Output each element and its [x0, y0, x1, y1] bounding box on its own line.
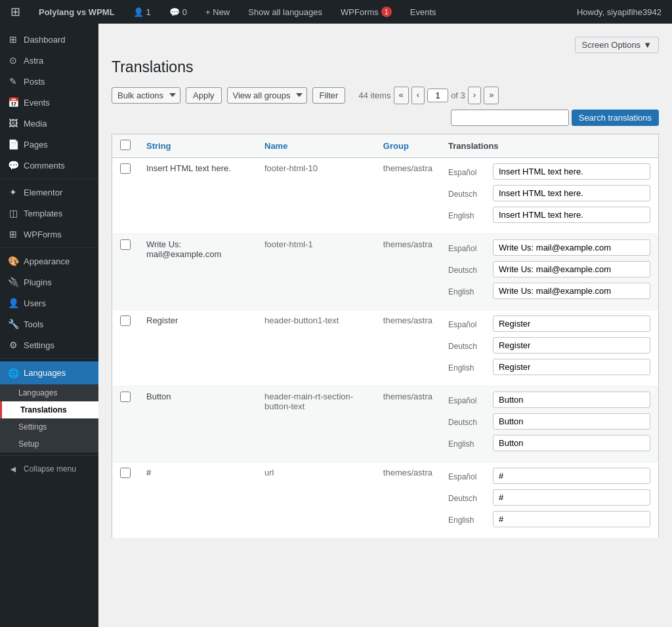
translations-table: String Name Group Translations Insert HT… [112, 134, 659, 538]
translation-input[interactable] [493, 207, 650, 223]
translation-input[interactable] [493, 511, 650, 527]
view-groups-dropdown[interactable]: View all groups [227, 87, 307, 104]
show-languages-label: Show all languages [248, 7, 322, 17]
col-header-translations: Translations [440, 134, 659, 157]
translations-cell: EspañolDeutschEnglish [440, 462, 659, 538]
page-title: Translations [112, 58, 659, 76]
row-checkbox[interactable] [120, 239, 131, 250]
group-sort-link[interactable]: Group [383, 141, 409, 151]
translation-language-label: Deutsch [448, 416, 488, 429]
bulk-actions-dropdown[interactable]: Bulk actions [112, 87, 180, 104]
translation-input[interactable] [493, 283, 650, 299]
current-page-input[interactable] [427, 89, 448, 102]
translation-pair: Español [448, 163, 650, 182]
show-languages-button[interactable]: Show all languages [244, 0, 326, 24]
translation-input[interactable] [493, 163, 650, 180]
translation-input[interactable] [493, 392, 650, 408]
howdy-text[interactable]: Howdy, siyapifihe3942 [573, 0, 665, 24]
sidebar-item-users[interactable]: 👤 Users [0, 293, 98, 314]
sidebar-item-settings[interactable]: ⚙ Settings [0, 334, 98, 355]
translation-pair: Deutsch [448, 489, 650, 508]
translation-language-label: English [448, 437, 488, 451]
sidebar-item-astra[interactable]: ⊙ Astra [0, 50, 98, 71]
sidebar-item-tools[interactable]: 🔧 Tools [0, 314, 98, 334]
search-translations-button[interactable]: Search translations [572, 110, 659, 126]
sidebar-item-languages[interactable]: 🌐 Languages ◀ [0, 361, 98, 384]
translation-input[interactable] [493, 315, 650, 332]
row-checkbox[interactable] [120, 392, 131, 402]
sidebar-item-templates[interactable]: ◫ Templates [0, 203, 98, 224]
first-page-button[interactable]: « [394, 87, 409, 104]
translation-input[interactable] [493, 239, 650, 256]
media-icon: 🖼 [8, 118, 18, 129]
row-checkbox[interactable] [120, 315, 131, 326]
next-page-button[interactable]: › [468, 87, 481, 104]
string-sort-link[interactable]: String [146, 141, 171, 151]
translation-input[interactable] [493, 413, 650, 430]
row-checkbox[interactable] [120, 163, 131, 174]
submenu-label: Languages [18, 388, 57, 397]
translation-input[interactable] [493, 185, 650, 201]
translation-pair: Español [448, 315, 650, 334]
translation-input[interactable] [493, 337, 650, 354]
submenu-item-setup[interactable]: Setup [0, 435, 98, 453]
translation-language-label: English [448, 285, 488, 298]
new-content-button[interactable]: + New [201, 0, 234, 24]
name-sort-link[interactable]: Name [264, 141, 287, 151]
table-row: #urlthemes/astraEspañolDeutschEnglish [112, 462, 659, 538]
submenu-label: Translations [20, 405, 67, 415]
sidebar-item-pages[interactable]: 📄 Pages [0, 134, 98, 155]
last-page-button[interactable]: » [484, 87, 499, 104]
submenu-item-languages[interactable]: Languages [0, 384, 98, 401]
prev-page-button[interactable]: ‹ [411, 87, 425, 104]
events-link[interactable]: Events [406, 0, 440, 24]
search-area: Search translations [451, 110, 659, 126]
admin-bar: ⊞ Polylang vs WPML 👤 1 💬 0 + New Show al… [0, 0, 672, 24]
row-checkbox[interactable] [120, 468, 131, 478]
submenu-item-settings[interactable]: Settings [0, 418, 98, 435]
translation-input[interactable] [493, 489, 650, 506]
sidebar-item-wpforms[interactable]: ⊞ WPForms [0, 224, 98, 245]
sidebar-item-label: Events [24, 98, 50, 108]
wp-logo-button[interactable]: ⊞ [7, 0, 24, 24]
apply-button[interactable]: Apply [186, 87, 222, 104]
submenu-item-translations[interactable]: Translations [0, 401, 98, 418]
sidebar-item-plugins[interactable]: 🔌 Plugins [0, 272, 98, 293]
sidebar-item-events[interactable]: 📅 Events [0, 92, 98, 113]
translation-input[interactable] [493, 435, 650, 451]
of-pages-label: of 3 [451, 91, 465, 100]
comments-count[interactable]: 👤 1 [129, 0, 155, 24]
sidebar-item-elementor[interactable]: ✦ Elementor [0, 182, 98, 203]
sidebar-item-dashboard[interactable]: ⊞ Dashboard [0, 29, 98, 50]
languages-submenu: Languages Translations Settings Setup [0, 384, 98, 453]
translation-language-label: Deutsch [448, 340, 488, 353]
sidebar-item-label: Pages [24, 140, 48, 150]
site-name-link[interactable]: Polylang vs WPML [35, 0, 119, 24]
select-all-checkbox[interactable] [120, 140, 131, 150]
collapse-icon: ◄ [8, 464, 18, 474]
sidebar-item-media[interactable]: 🖼 Media [0, 113, 98, 134]
translation-input[interactable] [493, 359, 650, 375]
sidebar-item-label: Templates [24, 209, 62, 218]
wp-logo-icon: ⊞ [10, 5, 20, 19]
site-name-text: Polylang vs WPML [39, 7, 115, 17]
translation-language-label: Español [448, 166, 488, 179]
search-input[interactable] [451, 110, 569, 126]
astra-icon: ⊙ [8, 55, 18, 66]
filter-button[interactable]: Filter [312, 87, 346, 104]
sidebar-item-comments[interactable]: 💬 Comments [0, 155, 98, 176]
sidebar-item-appearance[interactable]: 🎨 Appearance [0, 251, 98, 272]
translation-input[interactable] [493, 261, 650, 277]
screen-options-button[interactable]: Screen Options ▼ [575, 37, 659, 53]
user-greeting: Howdy, siyapifihe3942 [577, 7, 662, 17]
collapse-menu-button[interactable]: ◄ Collapse menu [0, 458, 98, 479]
sidebar-item-posts[interactable]: ✎ Posts [0, 71, 98, 92]
translation-input[interactable] [493, 468, 650, 484]
events-label: Events [410, 7, 436, 17]
comments-link[interactable]: 💬 0 [165, 0, 191, 24]
sidebar-item-label: Elementor [24, 188, 62, 197]
string-cell: Insert HTML text here. [138, 157, 257, 233]
dashboard-icon: ⊞ [8, 34, 18, 45]
sidebar-item-label: Languages [24, 368, 66, 378]
wpforms-link[interactable]: WPForms 1 [337, 0, 396, 24]
